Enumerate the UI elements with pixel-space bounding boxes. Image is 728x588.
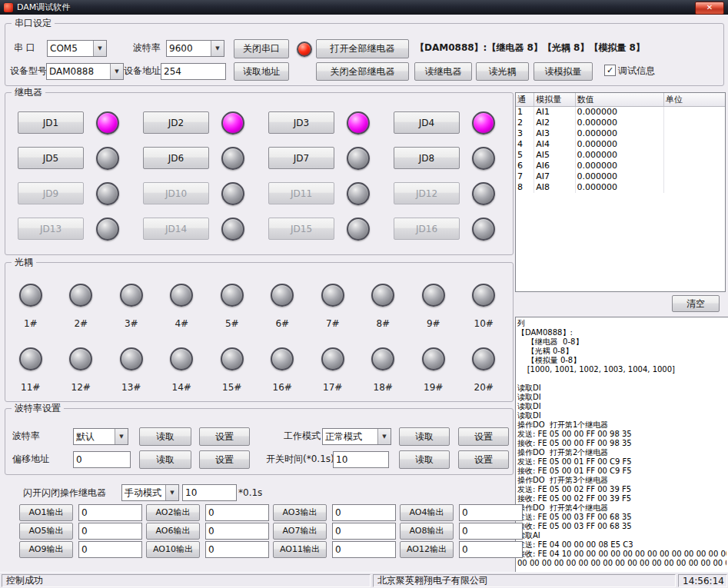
- switch-time-input[interactable]: 10: [333, 451, 389, 468]
- switch-time-read-button[interactable]: 读取: [399, 450, 450, 469]
- baud-read-button[interactable]: 读取: [139, 427, 191, 446]
- port-select[interactable]: COM5 ▼: [47, 40, 107, 57]
- opto-channel: 16#: [258, 347, 308, 393]
- ao-output-button-6[interactable]: AO6输出: [146, 523, 200, 540]
- ao-output-button-4[interactable]: AO4输出: [400, 504, 454, 521]
- ao-output-input-10[interactable]: 0: [205, 541, 269, 558]
- read-relay-button[interactable]: 读继电器: [414, 62, 472, 81]
- relay-button-jd10[interactable]: JD10: [143, 182, 209, 204]
- ao-output-button-8[interactable]: AO8输出: [400, 523, 454, 540]
- ao-output-input-12[interactable]: 0: [459, 541, 523, 558]
- relay-cell: JD2: [143, 112, 268, 133]
- dropdown-arrow-icon[interactable]: ▼: [110, 64, 123, 79]
- relay-button-jd8[interactable]: JD8: [394, 147, 460, 169]
- ao-output-input-9[interactable]: 0: [78, 541, 142, 558]
- ao-output-input-6[interactable]: 0: [205, 523, 269, 540]
- relay-button-jd11[interactable]: JD11: [268, 182, 334, 204]
- ao-output-button-7[interactable]: AO7输出: [273, 523, 327, 540]
- ao-output-button-5[interactable]: AO5输出: [19, 523, 73, 540]
- relay-button-jd2[interactable]: JD2: [143, 111, 209, 134]
- dropdown-arrow-icon[interactable]: ▼: [377, 429, 391, 444]
- log-panel[interactable]: 列【DAM0888】: 【继电器 0-8】 【光耦 0-8】 【模拟量 0-8】…: [515, 317, 728, 576]
- ao-output-input-2[interactable]: 0: [205, 504, 269, 521]
- analog-cell-value: 0.000000: [576, 161, 664, 171]
- relay-button-jd4[interactable]: JD4: [394, 111, 460, 134]
- dropdown-arrow-icon[interactable]: ▼: [93, 41, 106, 56]
- ao-output-input-1[interactable]: 0: [78, 504, 142, 521]
- open-all-relays-button[interactable]: 打开全部继电器: [316, 39, 409, 58]
- dropdown-arrow-icon[interactable]: ▼: [165, 485, 178, 500]
- read-opto-button[interactable]: 读光耦: [476, 62, 529, 81]
- work-mode-read-button[interactable]: 读取: [399, 427, 450, 446]
- ao-output-button-11[interactable]: AO11输出: [273, 541, 327, 558]
- ao-output-input-7[interactable]: 0: [332, 523, 396, 540]
- ao-output-button-1[interactable]: AO1输出: [19, 504, 73, 521]
- model-select[interactable]: DAM0888 ▼: [46, 63, 124, 80]
- dropdown-arrow-icon[interactable]: ▼: [211, 41, 224, 56]
- baud-label: 波特率: [133, 42, 161, 54]
- analog-header-name: 模拟量: [534, 93, 575, 106]
- ao-output-grid: AO1输出0AO2输出0AO3输出0AO4输出0AO5输出0AO6输出0AO7输…: [19, 504, 527, 557]
- ao-output-input-5[interactable]: 0: [78, 523, 142, 540]
- relay-button-jd7[interactable]: JD7: [268, 147, 334, 169]
- log-line: 操作DO 打开第4个继电器: [517, 503, 726, 513]
- close-button[interactable]: ✕: [695, 2, 724, 15]
- opto-channel-label: 12#: [71, 382, 91, 393]
- work-mode-set-button[interactable]: 设置: [458, 427, 509, 446]
- ao-output-button-9[interactable]: AO9输出: [19, 541, 73, 558]
- analog-header-value: 数值: [576, 93, 664, 106]
- ao-output-input-11[interactable]: 0: [332, 541, 396, 558]
- baud-setting-select[interactable]: 默认 ▼: [73, 428, 128, 445]
- flash-time-input[interactable]: 10: [182, 484, 237, 501]
- ao-output-input-8[interactable]: 0: [459, 523, 523, 540]
- ao-output-button-3[interactable]: AO3输出: [273, 504, 327, 521]
- clear-button[interactable]: 清空: [672, 295, 720, 312]
- offset-input[interactable]: 0: [73, 451, 131, 468]
- relay-button-jd1[interactable]: JD1: [18, 111, 84, 134]
- serial-status-light: [297, 42, 312, 57]
- debug-info-label[interactable]: 调试信息: [618, 65, 655, 77]
- ao-output-input-4[interactable]: 0: [459, 504, 523, 521]
- opto-channel: 5#: [207, 284, 258, 329]
- ao-output-button-2[interactable]: AO2输出: [146, 504, 200, 521]
- address-input[interactable]: 254: [161, 63, 226, 80]
- flash-mode-select[interactable]: 手动模式 ▼: [121, 484, 179, 501]
- ao-output-input-3[interactable]: 0: [332, 504, 396, 521]
- opto-group: 光耦 1#2#3#4#5#6#7#8#9#10# 11#12#13#14#15#…: [5, 262, 514, 402]
- debug-info-checkbox[interactable]: ✓: [604, 65, 616, 76]
- log-line: 读取DI: [517, 402, 726, 411]
- relay-button-jd14[interactable]: JD14: [143, 218, 209, 240]
- log-line: 操作DO 打开第2个继电器: [517, 448, 726, 457]
- switch-time-set-button[interactable]: 设置: [458, 450, 509, 469]
- offset-set-button[interactable]: 设置: [199, 450, 250, 469]
- relay-button-jd5[interactable]: JD5: [18, 147, 84, 169]
- baud-set-button[interactable]: 设置: [199, 427, 250, 446]
- relay-cell: JD7: [268, 148, 394, 168]
- ao-output-button-12[interactable]: AO12输出: [400, 541, 454, 558]
- relay-button-jd9[interactable]: JD9: [18, 182, 84, 204]
- ao-cell: AO2输出0: [146, 504, 273, 520]
- relay-button-jd3[interactable]: JD3: [268, 111, 334, 134]
- relay-button-jd15[interactable]: JD15: [268, 218, 334, 240]
- title-bar[interactable]: DAM调试软件 ✕: [0, 0, 728, 15]
- analog-row: 3AI30.000000: [516, 128, 725, 139]
- offset-read-button[interactable]: 读取: [139, 450, 191, 469]
- read-address-button[interactable]: 读取地址: [234, 62, 289, 81]
- relay-button-jd16[interactable]: JD16: [394, 218, 460, 240]
- relay-button-jd13[interactable]: JD13: [18, 218, 84, 240]
- log-line: 读取DI: [517, 384, 726, 393]
- close-serial-button[interactable]: 关闭串口: [234, 39, 289, 58]
- ao-cell: AO8输出0: [400, 523, 527, 539]
- relay-button-jd6[interactable]: JD6: [143, 147, 209, 169]
- relay-light-jd16: [472, 218, 495, 241]
- dropdown-arrow-icon[interactable]: ▼: [115, 429, 128, 444]
- ao-output-button-10[interactable]: AO10输出: [146, 541, 200, 558]
- close-all-relays-button[interactable]: 关闭全部继电器: [316, 62, 409, 81]
- work-mode-select[interactable]: 正常模式 ▼: [322, 428, 391, 445]
- read-analog-button[interactable]: 读模拟量: [534, 62, 593, 81]
- relay-button-jd12[interactable]: JD12: [394, 182, 460, 204]
- analog-cell-value: 0.000000: [576, 150, 664, 161]
- baud-select[interactable]: 9600 ▼: [166, 40, 224, 57]
- opto-channel: 12#: [56, 347, 107, 393]
- analog-cell-unit: [664, 182, 725, 193]
